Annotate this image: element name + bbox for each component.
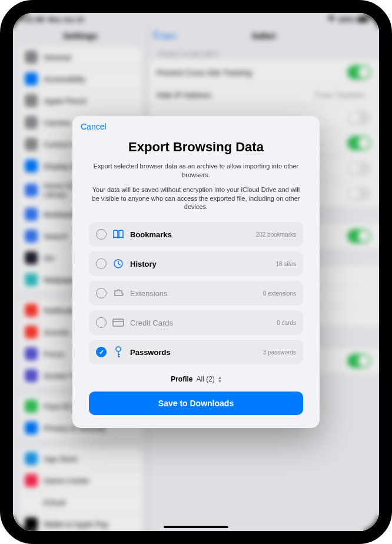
profile-value: All (2) <box>197 375 215 383</box>
radio-passwords[interactable] <box>96 347 107 357</box>
export-item-passwords[interactable]: Passwords3 passwords <box>89 340 303 364</box>
export-label: History <box>130 260 270 268</box>
radio-credit <box>96 317 107 328</box>
radio-bookmarks[interactable] <box>96 229 107 240</box>
export-item-credit: Credit Cards0 cards <box>89 310 303 335</box>
home-indicator[interactable] <box>164 526 228 528</box>
svg-point-3 <box>116 347 121 351</box>
profile-selector[interactable]: Profile All (2) ▴▾ <box>89 375 303 383</box>
export-item-history[interactable]: History18 sites <box>89 251 303 276</box>
profile-label: Profile <box>171 375 192 383</box>
export-label: Bookmarks <box>130 230 250 239</box>
card-icon <box>112 317 124 329</box>
export-count: 3 passwords <box>263 349 296 356</box>
ipad-frame: 9:41 AM Mon Jun 10 100% Settings General… <box>0 0 392 544</box>
modal-title: Export Browsing Data <box>89 140 303 155</box>
export-count: 0 cards <box>277 320 296 326</box>
export-label: Extensions <box>130 289 257 298</box>
export-count: 18 sites <box>276 261 296 267</box>
export-count: 0 extensions <box>263 290 296 297</box>
clock-icon <box>112 258 124 270</box>
save-button[interactable]: Save to Downloads <box>89 392 303 415</box>
up-down-icon: ▴▾ <box>218 376 221 383</box>
modal-desc-2: Your data will be saved without encrypti… <box>89 185 303 212</box>
export-label: Credit Cards <box>130 319 271 327</box>
radio-history[interactable] <box>96 258 107 269</box>
modal-desc-1: Export selected browser data as an archi… <box>89 162 303 180</box>
puzzle-icon <box>112 287 124 299</box>
export-item-extensions: Extensions0 extensions <box>89 281 303 306</box>
export-modal: Cancel Export Browsing Data Export selec… <box>72 116 320 428</box>
book-icon <box>112 228 124 240</box>
screen: 9:41 AM Mon Jun 10 100% Settings General… <box>13 13 379 531</box>
cancel-button[interactable]: Cancel <box>81 122 107 131</box>
export-item-bookmarks[interactable]: Bookmarks202 bookmarks <box>89 222 303 247</box>
export-label: Passwords <box>130 348 257 357</box>
key-icon <box>112 346 124 358</box>
export-count: 202 bookmarks <box>256 231 296 238</box>
svg-rect-1 <box>113 319 124 326</box>
radio-extensions <box>96 288 107 298</box>
